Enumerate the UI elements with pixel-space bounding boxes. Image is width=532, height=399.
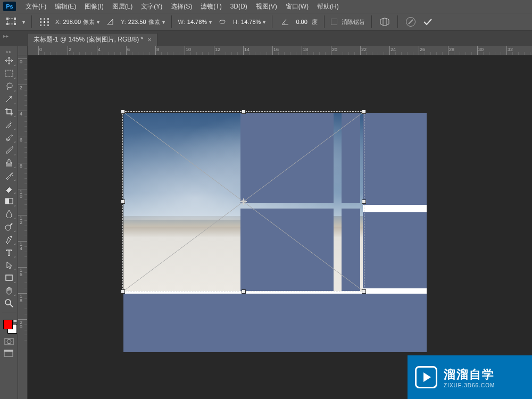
x-label: X: [55,19,61,25]
y-label: Y: [121,19,126,25]
svg-point-17 [7,139,9,140]
blur-tool[interactable] [2,208,16,220]
document-tab-bar: 未标题-1 @ 145% (案例图片, RGB/8) * × [0,31,532,46]
h-value[interactable]: 14.78% [241,19,261,25]
dodge-tool[interactable] [2,221,16,232]
transform-tool-icon[interactable] [5,15,18,28]
cancel-icon[interactable] [404,15,417,28]
foreground-color[interactable] [3,320,13,329]
pen-tool[interactable] [2,234,16,245]
tools-expand-icon[interactable]: ▸▸ [6,49,12,54]
stamp-tool[interactable] [2,157,16,169]
healing-brush-tool[interactable] [2,131,16,143]
magic-wand-tool[interactable] [2,93,16,105]
angle-unit: 度 [312,18,318,26]
transform-handle-s[interactable] [242,289,246,294]
blue-rect-bottom [123,294,427,352]
path-select-tool[interactable] [2,259,16,271]
menu-file[interactable]: 文件(F) [21,0,51,13]
svg-rect-19 [5,198,9,204]
svg-line-14 [409,20,413,24]
transform-handle-sw[interactable] [121,289,125,294]
eraser-tool[interactable] [2,182,16,194]
transform-handle-se[interactable] [362,289,366,294]
svg-rect-7 [47,18,49,20]
svg-rect-9 [44,21,45,23]
angle-value[interactable]: 0.00 [296,19,307,25]
svg-rect-2 [14,18,16,20]
commit-icon[interactable] [421,15,434,28]
watermark-url: ZIXUE.3D66.COM [444,383,495,388]
svg-rect-13 [47,24,49,26]
transform-bounding-box[interactable] [122,111,364,292]
zoom-tool[interactable] [2,297,16,309]
menu-view[interactable]: 视图(V) [252,0,281,13]
svg-rect-12 [44,24,45,26]
svg-rect-4 [14,23,16,25]
brush-tool[interactable] [2,144,16,156]
hand-tool[interactable] [2,285,16,296]
menu-edit[interactable]: 编辑(E) [51,0,80,13]
ruler-origin[interactable] [18,46,28,55]
watermark-banner: 溜溜自学 ZIXUE.3D66.COM [408,355,532,399]
blue-rect-far-right-mid [363,212,427,288]
move-tool[interactable] [2,55,16,66]
reference-point-icon[interactable] [38,15,51,28]
svg-rect-11 [40,24,41,26]
angle-icon [279,15,292,28]
screen-mode-icon[interactable] [3,348,15,358]
swap-colors-icon[interactable]: ⇄ [13,319,17,323]
x-unit: 像素 [83,18,95,26]
tab-expand-icon[interactable]: ▸▸ [3,33,9,39]
menu-image[interactable]: 图像(I) [80,0,107,13]
x-value[interactable]: 298.00 [63,19,81,25]
app-logo: Ps [3,2,16,11]
menu-type[interactable]: 文字(Y) [137,0,167,13]
options-bar: ▾ X:298.00像素▾ Y:223.50像素▾ W:14.78%▾ H:14… [0,13,532,31]
antialias-checkbox[interactable] [331,19,337,25]
rectangle-tool[interactable] [2,272,16,284]
lasso-tool[interactable] [2,80,16,92]
transform-handle-n[interactable] [242,110,246,114]
quick-mask-icon[interactable] [3,337,15,346]
svg-point-22 [5,300,11,305]
svg-rect-1 [6,18,9,20]
type-tool[interactable] [2,246,16,258]
menu-select[interactable]: 选择(S) [167,0,196,13]
menu-layer[interactable]: 图层(L) [108,0,137,13]
transform-handle-nw[interactable] [121,110,125,114]
transform-handle-ne[interactable] [362,110,366,114]
tools-panel: ▸▸ ⇄ [0,46,18,399]
menu-help[interactable]: 帮助(H) [313,0,343,13]
warp-icon[interactable] [378,15,391,28]
crop-tool[interactable] [2,106,16,118]
color-swatches[interactable]: ⇄ [1,319,17,335]
menu-3d[interactable]: 3D(D) [226,1,252,12]
transform-handle-w[interactable] [121,200,125,204]
link-icon[interactable] [216,15,229,28]
h-label: H: [233,19,239,25]
blue-rect-far-right-top [363,113,427,205]
eyedropper-tool[interactable] [2,119,16,130]
vertical-ruler[interactable]: 02468101214161820 [18,55,28,399]
gradient-tool[interactable] [2,195,16,207]
svg-rect-6 [44,18,45,20]
document-tab-title: 未标题-1 @ 145% (案例图片, RGB/8) * [34,35,143,44]
close-tab-icon[interactable]: × [147,36,152,44]
svg-rect-26 [4,350,13,352]
canvas-area[interactable] [28,55,532,399]
horizontal-ruler[interactable]: 0246810121416182022242628303234 [28,46,532,55]
watermark-title: 溜溜自学 [444,367,495,383]
y-value[interactable]: 223.50 [128,19,146,25]
menu-filter[interactable]: 滤镜(T) [196,0,226,13]
document-tab[interactable]: 未标题-1 @ 145% (案例图片, RGB/8) * × [28,33,157,46]
dropdown-icon[interactable]: ▾ [22,19,25,25]
w-value[interactable]: 14.78% [187,19,207,25]
triangle-icon[interactable] [104,15,117,28]
svg-rect-21 [6,275,12,280]
transform-center-point[interactable] [240,198,247,205]
menu-window[interactable]: 窗口(W) [281,0,313,13]
transform-handle-e[interactable] [362,200,366,204]
history-brush-tool[interactable] [2,170,16,181]
marquee-tool[interactable] [2,68,16,79]
